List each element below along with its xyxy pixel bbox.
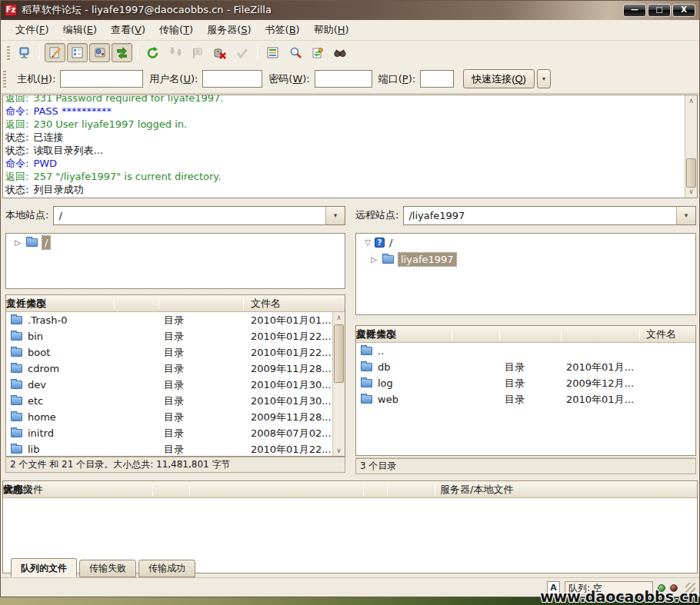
local-path-combo[interactable]: / ▾ bbox=[53, 206, 345, 225]
file-row[interactable]: home 目录 2009年11月28... bbox=[6, 409, 345, 425]
file-row[interactable]: web 目录 2010年01月... bbox=[356, 391, 695, 407]
username-input[interactable] bbox=[202, 70, 262, 88]
queue-tab[interactable]: 队列的文件 bbox=[11, 558, 77, 577]
remote-tree-root-label[interactable]: / bbox=[389, 237, 392, 248]
file-row[interactable]: dev 目录 2010年01月30... bbox=[6, 377, 345, 393]
column-header[interactable]: 权限 bbox=[356, 326, 376, 342]
toggle-message-log-button[interactable] bbox=[45, 43, 65, 62]
disconnect-button[interactable] bbox=[209, 43, 230, 62]
process-queue-button[interactable] bbox=[165, 43, 185, 62]
tree-collapsed-icon[interactable]: ▷ bbox=[12, 238, 23, 247]
queue-tab[interactable]: 传输成功 bbox=[138, 560, 195, 577]
file-row[interactable]: bin 目录 2010年01月22... bbox=[6, 328, 345, 344]
column-header[interactable]: 文件名 bbox=[251, 295, 281, 311]
scroll-thumb[interactable] bbox=[334, 324, 344, 383]
titlebar[interactable]: Fz 稻草软件论坛 - liyafe1997@daocaobbs.cn - Fi… bbox=[0, 0, 700, 20]
file-row[interactable]: .Trash-0 目录 2010年01月01... bbox=[6, 312, 345, 328]
log-line: 命令:PWD bbox=[5, 157, 683, 170]
quickbar-grip[interactable] bbox=[3, 71, 6, 88]
menu-item[interactable]: 传输(T) bbox=[152, 20, 200, 40]
toolbar-separator bbox=[137, 45, 138, 61]
folder-icon bbox=[11, 316, 22, 324]
local-list-scrollbar[interactable]: ∧ ∨ bbox=[332, 312, 345, 456]
port-input[interactable] bbox=[420, 70, 454, 88]
host-input[interactable] bbox=[60, 70, 143, 88]
toggle-local-tree-icon bbox=[71, 46, 85, 60]
cancel-button[interactable] bbox=[187, 43, 208, 62]
file-row[interactable]: cdrom 目录 2009年11月28... bbox=[6, 361, 345, 377]
remote-file-list[interactable]: 文件名文件大小文件类型最近修改权限 .. db 目录 2010年 bbox=[355, 325, 696, 456]
menubar: 文件(F) 编辑(E) 查看(V) 传输(T) 服务器(S) 书签(B) 帮助(… bbox=[1, 20, 699, 41]
file-row[interactable]: etc 目录 2010年01月30... bbox=[6, 393, 345, 409]
toggle-queue-button[interactable] bbox=[112, 43, 132, 62]
log-scrollbar[interactable]: ∧ ∨ bbox=[685, 95, 697, 198]
column-header[interactable]: 文件名 bbox=[646, 326, 676, 342]
menu-item[interactable]: 查看(V) bbox=[104, 20, 152, 40]
file-row[interactable]: .. bbox=[356, 343, 695, 359]
local-tree-root[interactable]: ▷ / bbox=[6, 234, 345, 251]
folder-icon bbox=[11, 364, 22, 373]
local-tree-root-label[interactable]: / bbox=[42, 236, 50, 249]
log-line: 命令:PASS ********** bbox=[5, 105, 683, 118]
toggle-queue-icon bbox=[115, 46, 129, 60]
menu-item[interactable]: 帮助(H) bbox=[307, 20, 356, 40]
disconnect-icon bbox=[213, 46, 227, 60]
log-line: 状态:读取目录列表... bbox=[5, 144, 683, 157]
remote-status-text: 3 个目录 bbox=[355, 458, 696, 474]
remote-tree-child-label[interactable]: liyafe1997 bbox=[398, 253, 456, 266]
compare-button[interactable] bbox=[285, 43, 305, 62]
message-log[interactable]: 返回:331 Password required for liyafe1997.… bbox=[2, 95, 698, 198]
file-row[interactable]: lib 目录 2010年01月22... bbox=[6, 441, 345, 457]
file-row[interactable]: boot 目录 2010年01月22... bbox=[6, 344, 345, 361]
minimize-button[interactable]: — bbox=[623, 4, 646, 17]
local-file-list[interactable]: 文件名文件大小文件类型最近修改 .Trash-0 目录 2010年01月01..… bbox=[5, 294, 345, 457]
password-input[interactable] bbox=[315, 70, 372, 88]
refresh-button[interactable] bbox=[142, 43, 163, 62]
remote-path-combo[interactable]: /liyafe1997 ▾ bbox=[403, 206, 696, 225]
toggle-remote-tree-button[interactable] bbox=[89, 43, 110, 62]
remote-tree[interactable]: ▽ ? / ▷ liyafe1997 bbox=[355, 233, 696, 315]
remote-tree-child[interactable]: ▷ liyafe1997 bbox=[356, 251, 695, 268]
toggle-local-tree-button[interactable] bbox=[67, 43, 88, 62]
compare-icon bbox=[288, 46, 302, 60]
remote-tree-root[interactable]: ▽ ? / bbox=[356, 234, 695, 251]
menu-item[interactable]: 文件(F) bbox=[8, 20, 56, 40]
column-header[interactable]: 最近修改 bbox=[6, 295, 46, 311]
site-manager-icon bbox=[18, 46, 32, 60]
local-tree[interactable]: ▷ / bbox=[5, 233, 345, 289]
close-button[interactable]: X bbox=[672, 4, 695, 17]
username-label: 用户名(U): bbox=[149, 72, 198, 86]
menu-item[interactable]: 书签(B) bbox=[258, 20, 307, 40]
chevron-down-icon[interactable]: ▾ bbox=[325, 207, 345, 224]
toolbar-grip[interactable] bbox=[7, 46, 10, 60]
quickconnect-bar: 主机(H): 用户名(U): 密码(W): 端口(P): 快速连接(Q) ▾ bbox=[1, 65, 699, 94]
column-header[interactable]: 服务器/本地文件 bbox=[440, 481, 513, 497]
column-header[interactable]: 状态 bbox=[3, 481, 23, 497]
tree-expanded-icon[interactable]: ▽ bbox=[362, 238, 373, 247]
scroll-up-icon[interactable]: ∧ bbox=[685, 95, 697, 107]
file-row[interactable]: log 目录 2009年12月... bbox=[356, 375, 695, 391]
toggle-message-log-icon bbox=[48, 46, 62, 60]
find-files-button[interactable] bbox=[329, 43, 350, 62]
file-row[interactable]: initrd 目录 2008年07月02... bbox=[6, 425, 345, 441]
reconnect-button[interactable] bbox=[232, 43, 252, 62]
site-manager-button[interactable] bbox=[14, 43, 35, 62]
toolbar-separator bbox=[257, 45, 258, 61]
sync-browsing-button[interactable] bbox=[307, 43, 328, 62]
scroll-up-icon[interactable]: ∧ bbox=[333, 312, 345, 323]
maximize-button[interactable]: □ bbox=[648, 4, 671, 17]
filter-button[interactable] bbox=[262, 43, 283, 62]
host-label: 主机(H): bbox=[17, 72, 55, 86]
menu-item[interactable]: 编辑(E) bbox=[56, 20, 104, 40]
file-row[interactable]: db 目录 2010年01月... bbox=[356, 359, 695, 375]
scroll-down-icon[interactable]: ∨ bbox=[685, 186, 697, 198]
tree-collapsed-icon[interactable]: ▷ bbox=[368, 255, 379, 264]
scroll-thumb[interactable] bbox=[686, 158, 696, 188]
quickconnect-button[interactable]: 快速连接(Q) bbox=[463, 69, 535, 88]
chevron-down-icon[interactable]: ▾ bbox=[676, 207, 695, 224]
menu-item[interactable]: 服务器(S) bbox=[200, 20, 258, 40]
quickconnect-dropdown-button[interactable]: ▾ bbox=[537, 69, 551, 88]
queue-tab[interactable]: 传输失败 bbox=[79, 560, 136, 577]
window-title: 稻草软件论坛 - liyafe1997@daocaobbs.cn - FileZ… bbox=[22, 3, 618, 17]
scroll-down-icon[interactable]: ∨ bbox=[333, 445, 345, 456]
